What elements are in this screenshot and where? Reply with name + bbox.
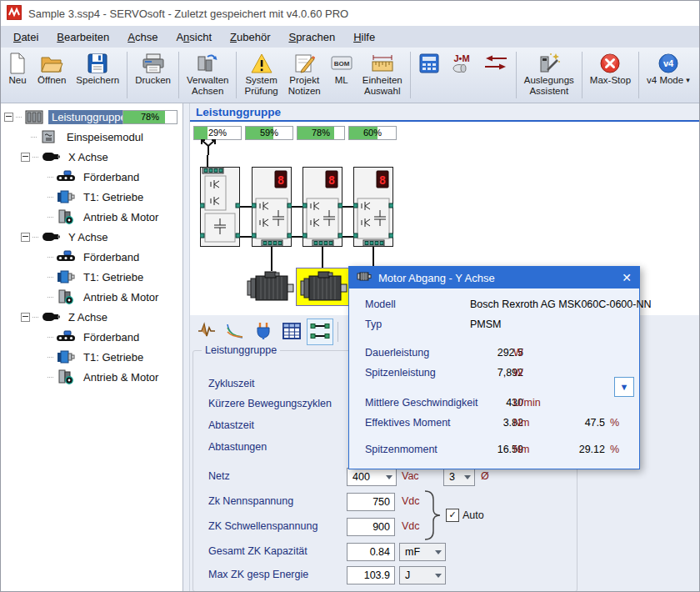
table-icon — [282, 321, 302, 344]
tree-expander-icon[interactable] — [21, 153, 30, 162]
tree-item-label[interactable]: T1: Getriebe — [80, 350, 147, 364]
tree-item-label[interactable]: Förderband — [80, 170, 142, 184]
dc-bus-nominal-field[interactable]: 750 — [347, 493, 395, 511]
toolbar-open-button[interactable]: Öffnen — [32, 48, 71, 102]
tree-item-leistunggruppe[interactable]: Leistunggruppe78% — [1, 107, 182, 127]
popup-titlebar[interactable]: Motor Abgang - Y Achse ✕ — [349, 267, 639, 288]
toolbar-units-label: Einheiten — [362, 75, 402, 86]
tree-item-einspeisemodul[interactable]: Einspeisemodul — [1, 127, 182, 147]
toolbar-print-button[interactable]: Drucken — [130, 48, 176, 102]
mains-phases-select[interactable]: 3 — [443, 468, 475, 486]
tree-item-f-rderband[interactable]: Förderband — [1, 247, 182, 267]
chevron-down-icon — [386, 475, 392, 479]
tree-expander-icon[interactable] — [21, 233, 30, 242]
svg-text:BOM: BOM — [333, 60, 349, 68]
drive-module-box[interactable]: 8 — [302, 167, 342, 247]
servo-motor[interactable] — [245, 271, 295, 304]
toolbar-v4-mode-button[interactable]: v4v4 Mode▾ — [642, 48, 695, 102]
drive-module-box[interactable]: 8 — [252, 167, 292, 247]
menu-achse[interactable]: Achse — [118, 28, 167, 47]
toolbar-ml-button[interactable]: BOMML — [326, 48, 358, 102]
tree-item-label[interactable]: Y Achse — [65, 230, 111, 244]
tree-item-label[interactable]: T1: Getriebe — [80, 190, 147, 204]
capacitance-unit-select[interactable]: mF — [399, 543, 446, 561]
view-power-plug-button[interactable] — [250, 319, 277, 345]
splitter[interactable] — [183, 103, 190, 591]
dc-bus-energy-field[interactable]: 103.9 — [347, 566, 395, 584]
tree-item-label[interactable]: X Achse — [65, 150, 112, 164]
view-waveform-button[interactable] — [193, 319, 220, 345]
tree-item-label[interactable]: Z Achse — [65, 310, 111, 324]
menu-sprachen[interactable]: Sprachen — [279, 28, 344, 47]
toolbar-sizing-wizard-button[interactable]: AuslegungsAssistent — [519, 48, 579, 102]
tree-item-label[interactable]: Antrieb & Motor — [80, 370, 162, 384]
toolbar-units-button[interactable]: EinheitenAuswahl — [358, 48, 408, 102]
toolbar-inertia-match-button[interactable]: J•M — [445, 48, 478, 102]
tree-item-antrieb-motor[interactable]: Antrieb & Motor — [1, 207, 182, 227]
toolbar-calculator-button[interactable] — [413, 48, 445, 102]
dc-bus-capacitance-field[interactable]: 0.84 — [347, 543, 395, 561]
mains-label: Netz — [208, 470, 230, 482]
servo-motor[interactable] — [298, 271, 348, 304]
tree-item-label[interactable]: Förderband — [80, 330, 142, 344]
tree-item-t1-getriebe[interactable]: T1: Getriebe — [1, 187, 182, 207]
close-icon[interactable]: ✕ — [622, 272, 632, 283]
toolbar-flow-arrows-button[interactable] — [478, 48, 513, 102]
tree-item-z-achse[interactable]: Z Achse — [1, 307, 182, 327]
sample-time-label: Abtastzeit — [208, 419, 254, 431]
auto-checkbox[interactable]: ✓ — [446, 509, 459, 522]
dc-bus-threshold-field[interactable]: 900 — [347, 518, 395, 536]
svg-text:8: 8 — [379, 173, 386, 187]
supply-module-box[interactable] — [200, 167, 240, 247]
tree-expander-icon[interactable] — [4, 113, 13, 122]
tree-item-f-rderband[interactable]: Förderband — [1, 327, 182, 347]
tree-item-t1-getriebe[interactable]: T1: Getriebe — [1, 347, 182, 367]
menu-hilfe[interactable]: Hilfe — [344, 28, 384, 47]
tree-item-label[interactable]: Förderband — [80, 250, 142, 264]
ruler-icon — [370, 51, 395, 75]
dc-bus-capacitance-label: Gesamt ZK Kapazität — [208, 545, 308, 557]
conveyor-icon — [55, 329, 77, 345]
tree-item-label[interactable]: Leistunggruppe — [48, 110, 130, 124]
svg-text:J•M: J•M — [453, 53, 469, 63]
manage-axes-icon — [196, 51, 219, 75]
tree-item-label[interactable]: T1: Getriebe — [80, 270, 147, 284]
conveyor-icon — [55, 249, 77, 265]
triangle-down-icon: ▼ — [620, 382, 629, 392]
tree-item-antrieb-motor[interactable]: Antrieb & Motor — [1, 367, 182, 387]
view-curves-button[interactable] — [222, 319, 248, 345]
toolbar-new-button[interactable]: Neu — [2, 48, 32, 102]
toolbar-save-button[interactable]: Speichern — [71, 48, 124, 102]
energy-unit-select[interactable]: J — [399, 566, 446, 584]
motor-cable-line — [271, 247, 272, 271]
toolbar-max-stop-button[interactable]: Max-Stop — [585, 48, 636, 102]
tree-item-y-achse[interactable]: Y Achse — [1, 227, 182, 247]
tree-item-antrieb-motor[interactable]: Antrieb & Motor — [1, 287, 182, 307]
menu-ansicht[interactable]: Ansicht — [167, 28, 221, 47]
mains-voltage-select[interactable]: 400 — [347, 468, 397, 486]
view-table-button[interactable] — [278, 319, 305, 345]
menu-datei[interactable]: Datei — [4, 28, 48, 47]
tree-item-label[interactable]: Einspeisemodul — [63, 130, 147, 144]
view-bus-topology-button[interactable] — [307, 319, 333, 345]
toolbar-system-check-button[interactable]: SystemPrüfung — [239, 48, 282, 102]
toolbar-manage-axes-button[interactable]: VerwaltenAchsen — [182, 48, 234, 102]
warning-triangle-icon — [250, 51, 273, 75]
toolbar-project-notes-button[interactable]: ProjektNotizen — [283, 48, 326, 102]
tree-item-f-rderband[interactable]: Förderband — [1, 167, 182, 187]
drive-module-box[interactable]: 8 — [353, 167, 393, 247]
expand-details-button[interactable]: ▼ — [614, 377, 634, 397]
tree-item-t1-getriebe[interactable]: T1: Getriebe — [1, 267, 182, 287]
menu-bearbeiten[interactable]: Bearbeiten — [48, 28, 118, 47]
chevron-down-icon: ▾ — [686, 76, 690, 84]
tree-expander-icon[interactable] — [21, 313, 30, 322]
dc-bus-threshold-unit: Vdc — [402, 520, 420, 532]
tree-item-x-achse[interactable]: X Achse — [1, 147, 182, 167]
tree-item-label[interactable]: Antrieb & Motor — [80, 290, 162, 304]
dc-bus-energy-label: Max ZK gesp Energie — [208, 569, 308, 580]
auto-label: Auto — [462, 509, 484, 521]
toolbar-separator — [516, 52, 517, 98]
menu-zubeh-r[interactable]: Zubehör — [221, 28, 279, 47]
view-toolbar-separator — [338, 322, 338, 342]
tree-item-label[interactable]: Antrieb & Motor — [80, 210, 162, 224]
